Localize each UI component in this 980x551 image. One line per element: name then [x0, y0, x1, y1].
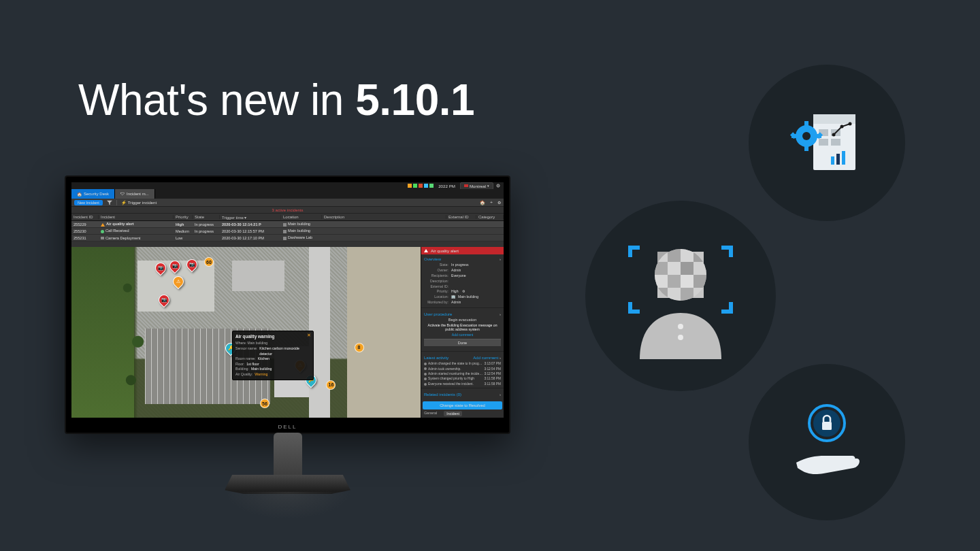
activity-row: Admin started monitoring the incident.3:…: [424, 371, 501, 376]
svg-rect-8: [842, 151, 845, 165]
tooltip-sub: Where: Main building: [235, 341, 310, 345]
page-headline: What's new in 5.10.1: [78, 75, 474, 125]
svg-rect-45: [681, 288, 693, 301]
home-toolbar-icon[interactable]: 🏠: [480, 200, 485, 205]
svg-rect-6: [831, 156, 834, 165]
tab-security-desk[interactable]: 🏠 Security Desk: [71, 189, 115, 199]
col-trigger-time[interactable]: Trigger time ▾: [220, 215, 281, 220]
section-related-incidents[interactable]: Related incidents (0)›: [424, 393, 501, 397]
shield-icon: 🛡: [120, 192, 125, 196]
incident-toolbar: New Incident ⚡ Trigger incident 🏠 ＋ ⚙: [71, 199, 504, 207]
feature-icon-privacy: [749, 364, 905, 520]
activity-row: System changed priority to High3:11:58 P…: [424, 376, 501, 381]
monitor-brand: DELL: [278, 424, 297, 430]
svg-rect-44: [668, 288, 681, 301]
incident-grid-header: Incident ID Incident Priority State Trig…: [71, 214, 504, 221]
add-comment-link[interactable]: Add comment: [473, 356, 498, 360]
automation-reports-icon: [786, 102, 868, 184]
svg-rect-36: [668, 262, 681, 275]
map-canvas[interactable]: 📷 📷 📷 📷 ⚠ 🔑 🔑 ⚠ 60 16 8 56 ✕ Air qua: [71, 247, 421, 418]
feature-icon-face: [585, 201, 776, 391]
activity-row: Admin took ownership.3:12:54 PM: [424, 367, 501, 371]
tray-ok-icon: [429, 184, 434, 188]
headline-pre: What's new in: [78, 76, 355, 124]
tray-alert-icon: [408, 184, 412, 188]
building-icon: [283, 223, 287, 227]
subtab-general[interactable]: General: [424, 411, 437, 416]
monitor-reflection: [225, 492, 350, 519]
new-incident-button[interactable]: New Incident: [74, 200, 103, 205]
change-state-button[interactable]: Change state to Resolved: [423, 401, 502, 410]
building-icon: [283, 237, 287, 240]
svg-rect-41: [681, 275, 693, 288]
section-user-procedure[interactable]: User procedure›: [424, 312, 501, 316]
call-icon: [101, 230, 104, 233]
svg-rect-14: [804, 121, 808, 127]
svg-rect-39: [655, 275, 668, 288]
tray-time: 2022 PM: [438, 184, 455, 188]
bolt-icon: ⚡: [121, 200, 127, 205]
warning-icon: [101, 223, 105, 227]
location-selector[interactable]: Montreal ▾: [460, 182, 493, 190]
headline-version: 5.10.1: [355, 76, 474, 124]
svg-rect-7: [836, 154, 840, 165]
svg-point-47: [678, 324, 683, 329]
filter-icon[interactable]: [107, 200, 112, 205]
section-overview[interactable]: Overview›: [424, 257, 501, 261]
tab-incident-monitoring[interactable]: 🛡 Incident m...: [115, 189, 155, 199]
svg-point-9: [832, 133, 836, 137]
app-screen: 2022 PM Montreal ▾ 🏠 Security Desk 🛡: [71, 182, 504, 418]
svg-point-53: [497, 185, 499, 186]
col-category[interactable]: Category: [476, 215, 504, 219]
incident-row[interactable]: 255230 Call Received Medium In progress …: [71, 228, 504, 235]
trigger-label: Trigger incident: [128, 200, 157, 205]
svg-point-11: [849, 122, 852, 126]
procedure-step-title: Begin evacuation: [424, 318, 501, 322]
feature-icon-reports: [749, 65, 905, 221]
activity-row: Everyone received the incident.3:11:58 P…: [424, 382, 501, 386]
map-cluster-badge[interactable]: 60: [204, 257, 214, 267]
detail-subtabs: General Incident: [421, 410, 504, 418]
tray-info-icon: [424, 184, 428, 188]
svg-rect-40: [668, 275, 681, 288]
tab-label: Incident m...: [127, 192, 149, 196]
flag-icon: [464, 184, 468, 187]
svg-rect-38: [693, 262, 706, 275]
svg-rect-3: [819, 139, 828, 146]
edit-icon[interactable]: ⚙: [462, 289, 465, 295]
monitor-base: [225, 475, 350, 494]
window-titlebar: 2022 PM Montreal ▾: [71, 182, 504, 189]
svg-rect-35: [655, 262, 668, 275]
col-incident-id[interactable]: Incident ID: [71, 215, 99, 219]
subtab-incident[interactable]: Incident: [444, 411, 462, 416]
svg-rect-42: [693, 275, 706, 288]
home-icon: 🏠: [77, 192, 82, 197]
tooltip-title: Air quality warning: [235, 334, 310, 339]
detail-header-alert: Air quality alert: [421, 247, 504, 254]
section-latest-activity[interactable]: Latest activity Add comment ›: [424, 356, 501, 360]
settings-icon[interactable]: ⚙: [497, 200, 501, 205]
procedure-add-comment[interactable]: Add comment: [424, 333, 501, 337]
incident-row[interactable]: 255231 Camera Deployment Low 2020-03-30 …: [71, 235, 504, 241]
col-priority[interactable]: Priority: [174, 215, 193, 219]
close-icon[interactable]: ✕: [307, 333, 311, 338]
trigger-incident-button[interactable]: ⚡ Trigger incident: [121, 200, 157, 205]
svg-rect-51: [822, 422, 832, 430]
col-external-id[interactable]: External ID: [446, 215, 476, 219]
col-description[interactable]: Description: [322, 215, 446, 219]
procedure-step-body: Activate the Building Evacuation message…: [424, 323, 501, 331]
monitor-bezel: 2022 PM Montreal ▾ 🏠 Security Desk 🛡: [65, 176, 510, 434]
col-location[interactable]: Location: [281, 215, 322, 219]
plus-icon[interactable]: ＋: [489, 199, 493, 205]
col-incident[interactable]: Incident: [99, 215, 174, 219]
svg-rect-5: [831, 139, 840, 146]
tray-status-icon: [413, 184, 417, 188]
face-recognition-icon: [619, 231, 742, 361]
col-state[interactable]: State: [193, 215, 220, 219]
warning-icon: [424, 249, 428, 252]
gear-icon[interactable]: [495, 183, 501, 188]
map-cluster-badge[interactable]: 8: [355, 343, 364, 352]
svg-rect-33: [681, 249, 693, 262]
incident-row[interactable]: 255229 Air quality alert High In progres…: [71, 221, 504, 228]
procedure-done-button[interactable]: Done: [424, 339, 501, 347]
